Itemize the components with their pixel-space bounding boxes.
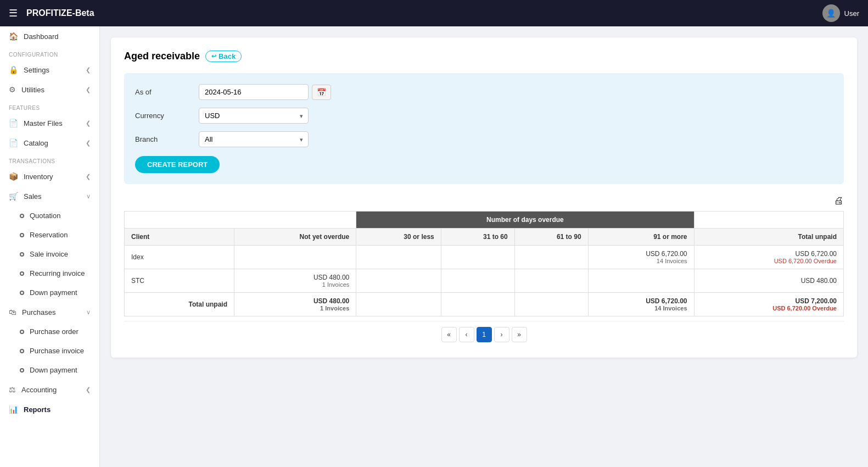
filter-row-currency: Currency USD EUR GBP <box>135 108 833 124</box>
sidebar-label-quotation: Quotation <box>30 212 60 220</box>
sidebar-item-sales[interactable]: 🛒 Sales ∨ <box>0 186 99 206</box>
pagination-first[interactable]: « <box>441 327 457 342</box>
cell-total-idex: USD 6,720.00 USD 6,720.00 Overdue <box>694 246 843 269</box>
create-report-button[interactable]: CREATE REPORT <box>135 156 220 173</box>
sidebar-item-reports[interactable]: 📊 Reports <box>0 399 99 419</box>
page-title: Aged receivable <box>124 51 200 62</box>
as-of-input[interactable] <box>199 84 309 100</box>
catalog-icon: 📄 <box>9 138 18 147</box>
sidebar-item-catalog[interactable]: 📄 Catalog ❮ <box>0 133 99 153</box>
cell-30-stc <box>356 269 441 293</box>
sidebar-item-settings[interactable]: 🔒 Settings ❮ <box>0 60 99 80</box>
sidebar-label-reports: Reports <box>24 405 51 414</box>
avatar: 👤 <box>822 4 840 22</box>
accounting-icon: ⚖ <box>9 385 16 394</box>
sidebar-label-recurring-invoice: Recurring invoice <box>30 269 85 277</box>
dot-icon <box>20 330 24 334</box>
sales-icon: 🛒 <box>9 192 18 201</box>
chevron-settings: ❮ <box>86 66 91 74</box>
page-title-area: Aged receivable ↩ Back <box>124 51 844 62</box>
dot-icon <box>20 271 24 276</box>
layout: 🏠 Dashboard CONFIGURATION 🔒 Settings ❮ ⚙… <box>0 26 868 467</box>
currency-select-wrapper: USD EUR GBP <box>199 108 309 124</box>
cell-31-stc <box>441 269 514 293</box>
cell-total-total: USD 7,200.00 USD 6,720.00 Overdue <box>694 293 843 316</box>
branch-select[interactable]: All <box>199 131 309 147</box>
sidebar-item-purchase-order[interactable]: Purchase order <box>0 322 99 341</box>
table-toolbar: 🖨 <box>124 195 844 207</box>
chevron-utilities: ❮ <box>86 86 91 93</box>
table-section: 🖨 Number of days overdue Client Not yet … <box>124 195 844 344</box>
sidebar-item-dashboard[interactable]: 🏠 Dashboard <box>0 26 99 46</box>
sidebar-label-purchase-invoice: Purchase invoice <box>30 347 84 355</box>
pagination-next[interactable]: › <box>494 327 509 342</box>
currency-select[interactable]: USD EUR GBP <box>199 108 309 124</box>
topnav: ☰ PROFITIZE-Beta 👤 User <box>0 0 868 26</box>
chevron-master-files: ❮ <box>86 120 91 127</box>
sidebar-item-quotation[interactable]: Quotation <box>0 206 99 225</box>
dot-icon <box>20 252 24 257</box>
cell-not-yet-overdue-idex <box>234 246 356 269</box>
chevron-sales: ∨ <box>86 193 91 200</box>
sidebar-item-down-payment-sales[interactable]: Down payment <box>0 283 99 302</box>
col-header-31: 31 to 60 <box>441 229 514 246</box>
cell-total-not-yet-overdue: USD 480.00 1 Invoices <box>234 293 356 316</box>
col-header-61: 61 to 90 <box>514 229 588 246</box>
group-header-row: Number of days overdue <box>125 212 844 229</box>
reports-icon: 📊 <box>9 405 18 414</box>
cell-61-stc <box>514 269 588 293</box>
pagination-last[interactable]: » <box>512 327 527 342</box>
filter-row-as-of: As of 📅 <box>135 84 833 100</box>
as-of-label: As of <box>135 88 190 96</box>
sidebar-label-purchase-order: Purchase order <box>30 327 79 336</box>
filter-row-branch: Branch All <box>135 131 833 147</box>
sidebar-label-down-payment-sales: Down payment <box>30 288 77 297</box>
chevron-accounting: ❮ <box>86 386 91 393</box>
sidebar-item-inventory[interactable]: 📦 Inventory ❮ <box>0 166 99 186</box>
print-button[interactable]: 🖨 <box>834 195 844 207</box>
user-label: User <box>844 9 859 18</box>
file-icon: 📄 <box>9 119 18 127</box>
chevron-inventory: ❮ <box>86 173 91 180</box>
cell-total-31 <box>441 293 514 316</box>
as-of-input-group: 📅 <box>199 84 331 100</box>
pagination-page-1[interactable]: 1 <box>477 327 492 342</box>
main-content: Aged receivable ↩ Back As of 📅 Currency <box>100 26 868 467</box>
sidebar-item-purchase-invoice[interactable]: Purchase invoice <box>0 341 99 360</box>
cell-client-idex: Idex <box>125 246 234 269</box>
column-header-row: Client Not yet overdue 30 or less 31 to … <box>125 229 844 246</box>
sidebar-label-purchases: Purchases <box>22 308 55 316</box>
cell-31-idex <box>441 246 514 269</box>
cell-not-yet-overdue-stc: USD 480.00 1 Invoices <box>234 269 356 293</box>
sidebar-item-down-payment-purchases[interactable]: Down payment <box>0 360 99 380</box>
sidebar-item-master-files[interactable]: 📄 Master Files ❮ <box>0 113 99 133</box>
col-header-client: Client <box>125 229 234 246</box>
back-label: Back <box>219 52 236 60</box>
pagination-prev[interactable]: ‹ <box>459 327 474 342</box>
sidebar-item-reservation[interactable]: Reservation <box>0 225 99 244</box>
inventory-icon: 📦 <box>9 172 18 181</box>
sidebar-item-recurring-invoice[interactable]: Recurring invoice <box>0 264 99 283</box>
sidebar-item-accounting[interactable]: ⚖ Accounting ❮ <box>0 380 99 399</box>
dot-icon <box>20 291 24 295</box>
overdue-group-header: Number of days overdue <box>356 212 694 229</box>
calendar-button[interactable]: 📅 <box>312 85 331 100</box>
sidebar-item-utilities[interactable]: ⚙ Utilities ❮ <box>0 80 99 99</box>
dot-icon <box>20 233 24 237</box>
sidebar-label-reservation: Reservation <box>30 231 68 239</box>
sidebar-label-down-payment-purchases: Down payment <box>30 366 77 374</box>
chevron-catalog: ❮ <box>86 140 91 147</box>
section-configuration: CONFIGURATION <box>0 46 99 60</box>
home-icon: 🏠 <box>9 32 18 41</box>
sidebar-label-master-files: Master Files <box>24 119 63 127</box>
cell-91-stc <box>588 269 694 293</box>
sidebar-item-purchases[interactable]: 🛍 Purchases ∨ <box>0 302 99 322</box>
back-button[interactable]: ↩ Back <box>205 51 242 62</box>
sidebar-item-sale-invoice[interactable]: Sale invoice <box>0 244 99 264</box>
col-header-91: 91 or more <box>588 229 694 246</box>
menu-icon[interactable]: ☰ <box>9 7 18 19</box>
purchases-icon: 🛍 <box>9 308 16 316</box>
col-header-30: 30 or less <box>356 229 441 246</box>
col-header-total: Total unpaid <box>694 229 843 246</box>
table-row: Idex USD 6,720.00 14 Invoices USD 6,720.… <box>125 246 844 269</box>
